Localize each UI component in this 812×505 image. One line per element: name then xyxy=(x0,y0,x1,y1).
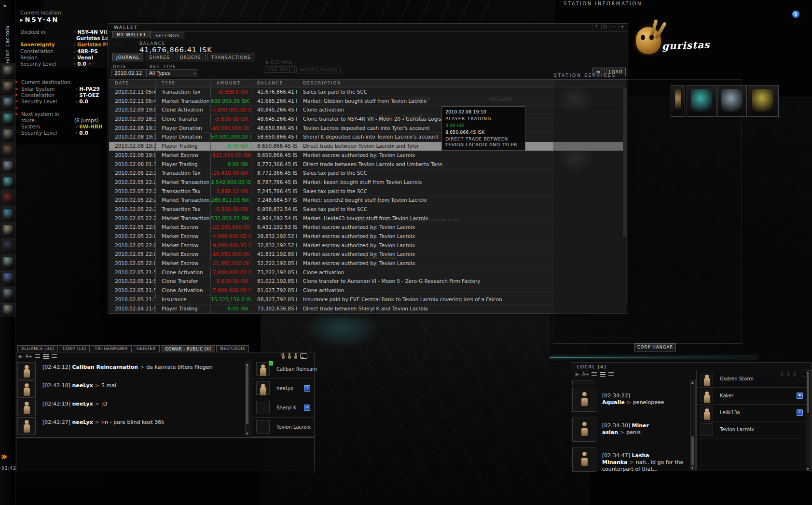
wallet-subtab-journal[interactable]: JOURNAL xyxy=(112,54,143,61)
chat-tab-alliance-36-[interactable]: ALLIANCE [36] xyxy=(17,345,58,352)
journal-row[interactable]: 2010.02.05 22:01Market Escrow-10,390,000… xyxy=(109,250,626,259)
station-services-icon[interactable] xyxy=(0,79,16,94)
add-contact-icon[interactable]: + xyxy=(304,385,310,392)
journal-icon[interactable] xyxy=(0,222,16,238)
member-row-lelik13a[interactable]: Lelik13a+ xyxy=(697,404,807,421)
concord-bust-icon[interactable] xyxy=(671,85,685,117)
list-view-icon[interactable] xyxy=(35,354,40,359)
pin-icon[interactable]: ○ xyxy=(601,24,608,30)
chat-avatar[interactable] xyxy=(17,380,36,398)
close-icon[interactable]: × xyxy=(619,24,626,30)
chat-tab-neo-croix[interactable]: NEO'CROIX xyxy=(216,345,249,352)
ref-type-dropdown[interactable]: All Types » xyxy=(146,69,198,77)
font-smaller-button[interactable]: a- xyxy=(575,372,579,377)
info-icon[interactable]: i xyxy=(792,11,799,18)
tab-settings[interactable]: SETTINGS xyxy=(151,32,184,39)
chat-tab-tri-germania[interactable]: TRI-GERMANIA xyxy=(91,345,132,352)
message-author[interactable]: neeLyx xyxy=(72,382,93,389)
fitting-icon[interactable] xyxy=(717,85,747,117)
chat-avatar[interactable] xyxy=(572,380,594,385)
list-view-icon[interactable] xyxy=(592,372,597,377)
add-contact-icon[interactable]: + xyxy=(797,409,803,416)
message-author[interactable]: Aqualie xyxy=(602,399,625,406)
local-scrollbar[interactable]: ▲ ▼ xyxy=(690,380,696,470)
journal-row[interactable]: 2010.02.05 22:28Market Transaction532,00… xyxy=(109,214,626,223)
detail-view-icon[interactable] xyxy=(600,372,606,377)
chat-tab-geister[interactable]: GEISTER xyxy=(133,345,160,352)
character-sheet-icon[interactable] xyxy=(0,63,16,78)
compact-view-icon[interactable] xyxy=(52,354,57,359)
help-icon[interactable] xyxy=(0,270,16,285)
journal-row[interactable]: 2010.02.05 22:04Market Escrow-4,000,000.… xyxy=(109,232,626,241)
journal-row[interactable]: 2010.02.08 19:11Player Donation50,000,00… xyxy=(109,132,626,141)
journal-row[interactable]: 2010.02.05 22:28Transaction Tax-15,420.0… xyxy=(109,168,626,178)
journal-row[interactable]: 2010.02.05 22:28Transaction Tax-5,320.00… xyxy=(109,205,626,214)
chat-avatar[interactable] xyxy=(17,362,36,379)
corp-hangar-button[interactable]: CORP HANGAR xyxy=(634,343,676,351)
chat-avatar[interactable] xyxy=(17,399,36,416)
region-value[interactable]: ›Venal xyxy=(72,55,93,60)
message-author[interactable]: Caliban Reincarnation xyxy=(72,364,138,370)
member-row-kaker[interactable]: Kaker★ xyxy=(697,387,807,405)
docked-in-value2[interactable]: Guristas Log xyxy=(76,35,112,41)
chat-tab-gowar-public-4-[interactable]: GOWAR - PUBLIC [4] xyxy=(161,345,216,352)
wallet-subtab-shares[interactable]: SHARES xyxy=(145,54,174,61)
member-row-sheryl-k[interactable]: Sheryl K+ xyxy=(252,398,314,418)
members-pair-icon[interactable] xyxy=(294,353,298,359)
repair-shop-icon[interactable] xyxy=(687,85,716,117)
journal-row[interactable]: 2010.02.04 21:56Player Trading0.00 ISK73… xyxy=(109,304,626,313)
font-smaller-button[interactable]: a- xyxy=(18,354,23,359)
journal-row[interactable]: 2010.02.09 19:02Clone Activation-7,800,0… xyxy=(109,105,626,114)
dest-const-value[interactable]: ›ST-OEZ xyxy=(74,92,99,98)
date-filter-input[interactable]: 2010.02.12 xyxy=(111,69,149,77)
jukebox-icon[interactable] xyxy=(0,238,16,253)
local-member-scrollbar[interactable]: ▲ ▼ xyxy=(806,370,811,471)
docked-in-value[interactable]: ›N5Y-4N VII xyxy=(72,29,107,35)
help-icon[interactable]: ? xyxy=(592,24,600,30)
military-icon[interactable] xyxy=(0,190,16,206)
journal-row[interactable]: 2010.02.05 21:52Clone Activation-7,800,0… xyxy=(109,286,626,295)
font-larger-button[interactable]: A+ xyxy=(26,354,32,359)
member-row-godren-storm[interactable]: Godren Storm xyxy=(697,370,807,388)
items-icon[interactable] xyxy=(0,302,16,317)
blocked-member-icon[interactable]: × xyxy=(281,353,285,359)
science-industry-icon[interactable] xyxy=(0,254,16,269)
map-browser-icon[interactable] xyxy=(0,206,16,222)
chat-tab-corp-14-[interactable]: CORP [14] xyxy=(59,345,90,352)
message-author[interactable]: neeLyx xyxy=(72,419,93,425)
journal-row[interactable]: 2010.02.11 05:42Transaction Tax-8,398.0 … xyxy=(109,87,626,97)
minimize-icon[interactable]: – xyxy=(610,24,617,30)
speech-bubble-icon[interactable] xyxy=(300,353,307,359)
autopilot-arrows-icon[interactable]: » xyxy=(1,450,5,462)
journal-row[interactable]: 2010.02.11 05:42Market Transaction839,99… xyxy=(109,97,626,106)
people-and-places-icon[interactable] xyxy=(0,142,16,158)
reprocessing-plant-icon[interactable] xyxy=(748,85,779,117)
dest-solar-value[interactable]: ›H-PA29 xyxy=(74,86,100,92)
journal-row[interactable]: 2010.02.05 21:52Clone Transfer-5,600.00 … xyxy=(109,277,626,286)
journal-row[interactable]: 2010.02.05 22:03Market Escrow-9,000,000.… xyxy=(109,241,626,250)
chat-avatar[interactable] xyxy=(572,388,596,412)
route-system-value[interactable]: ›6W-HRH xyxy=(74,124,103,129)
journal-row[interactable]: 2010.02.05 22:28Market Transaction289,81… xyxy=(109,196,626,205)
constellation-value[interactable]: ›48R-PS xyxy=(72,48,98,54)
compact-view-icon[interactable] xyxy=(608,372,614,377)
wallet-subtab-orders[interactable]: ORDERS xyxy=(176,54,206,61)
journal-row[interactable]: 2010.02.08 19:07Market Escrow-121,500.00… xyxy=(109,151,626,160)
market-icon[interactable] xyxy=(0,174,16,190)
notepad-icon[interactable] xyxy=(0,126,16,142)
journal-row[interactable]: 2010.02.05 22:07Market Escrow-22,399,999… xyxy=(109,223,626,232)
journal-row[interactable]: 2010.02.06 01:12Player Trading0.00 ISK8,… xyxy=(109,160,626,169)
chat-scrollbar[interactable]: ▲ ▼ xyxy=(245,362,250,435)
chat-avatar[interactable] xyxy=(17,417,36,435)
journal-row[interactable]: 2010.02.05 22:28Market Transaction1,542,… xyxy=(109,178,626,187)
journal-row[interactable]: 2010.02.08 19:10Player Trading0.00 ISK8,… xyxy=(109,141,626,151)
chat-avatar[interactable] xyxy=(572,418,596,442)
wallet-titlebar[interactable]: WALLET ?○–× xyxy=(108,24,628,32)
detail-view-icon[interactable] xyxy=(43,354,49,359)
chat-input-area[interactable] xyxy=(16,437,315,471)
add-contact-icon[interactable]: + xyxy=(304,405,310,411)
journal-row[interactable]: 2010.02.05 21:31Insurance15,525,156.0 IS… xyxy=(109,295,626,304)
journal-row[interactable]: 2010.02.05 22:28Transaction Tax-2,898.12… xyxy=(109,187,626,196)
member-row-tevion-lacroix[interactable]: Tevion Lacroix xyxy=(252,417,314,437)
neocom-expand-icon[interactable]: » xyxy=(3,2,6,9)
